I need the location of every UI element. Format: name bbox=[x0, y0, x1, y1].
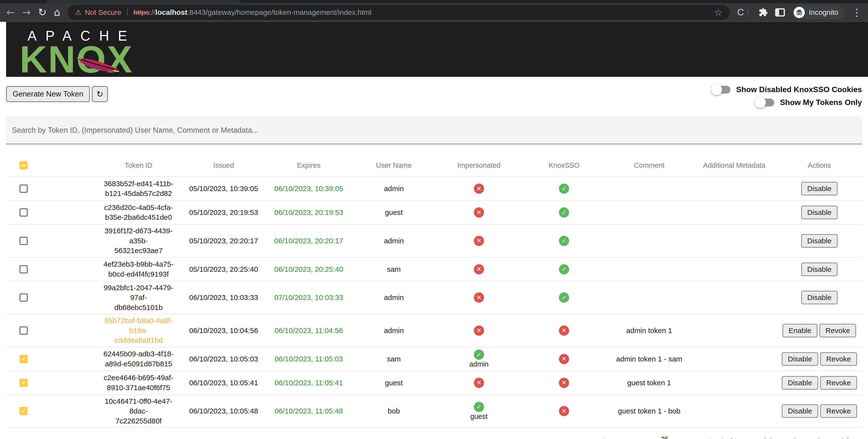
incognito-label: Incognito bbox=[809, 8, 838, 17]
knoxsso-cell: ✓ bbox=[522, 292, 607, 303]
cancel-circle-icon: ✕ bbox=[474, 236, 484, 246]
revoke-token-button[interactable]: Revoke bbox=[820, 376, 857, 390]
disable-token-button[interactable]: Disable bbox=[782, 352, 818, 366]
actions-group: Disable bbox=[801, 234, 838, 248]
token-id-line: 3916f1f2-d673-4439-a35b- bbox=[97, 226, 180, 246]
reload-icon[interactable]: ↻ bbox=[38, 7, 46, 18]
row-checkbox[interactable]: ✓ bbox=[20, 407, 28, 415]
token-id-line: c236d20c-4a05-4cfa- bbox=[97, 203, 180, 213]
expires-cell: 07/10/2023, 10:03:33 bbox=[266, 293, 351, 302]
column-header-knoxsso: KnoxSSO bbox=[522, 162, 607, 169]
bookmark-star-icon[interactable]: ☆ bbox=[714, 7, 722, 18]
menu-kebab-icon[interactable]: ⋮ bbox=[852, 7, 862, 18]
token-row: 4ef23eb3-b9bb-4a75-b0cd-ed4f4fc9193f05/1… bbox=[6, 257, 862, 281]
token-id-line: 4ef23eb3-b9bb-4a75- bbox=[97, 259, 180, 269]
actions-group: Disable bbox=[801, 263, 838, 276]
revoke-token-button[interactable]: Revoke bbox=[820, 404, 857, 418]
issued-cell: 06/10/2023, 10:05:48 bbox=[181, 407, 266, 415]
actions-group: DisableRevoke bbox=[782, 376, 857, 390]
home-icon[interactable]: ⌂ bbox=[54, 7, 61, 18]
forward-icon[interactable]: → bbox=[22, 7, 31, 18]
first-page-icon[interactable] bbox=[765, 437, 773, 439]
row-checkbox[interactable] bbox=[20, 293, 28, 302]
toggle-row-disabled-knoxsso: Show Disabled KnoxSSO Cookies bbox=[712, 85, 862, 94]
issued-cell: 05/10/2023, 10:39:05 bbox=[181, 184, 266, 193]
column-header-token-id: Token ID bbox=[96, 162, 181, 169]
cancel-circle-icon: ✕ bbox=[559, 406, 569, 416]
side-panel-icon[interactable] bbox=[775, 8, 785, 17]
toggle-group: Show Disabled KnoxSSO Cookies Show My To… bbox=[712, 85, 862, 107]
issued-cell: 05/10/2023, 20:25:40 bbox=[181, 265, 266, 273]
token-id-line: b35e-2ba6dc451de0 bbox=[97, 212, 180, 223]
token-id-line: 8910-371ae40f6f75 bbox=[97, 383, 180, 393]
dropdown-arrow-icon: ▼ bbox=[677, 438, 681, 439]
paginator: Items per page: 25 ▼ 1 – 9 of 9 bbox=[6, 427, 862, 439]
impersonated-cell: ✕ bbox=[436, 236, 522, 246]
column-header-comment: Comment bbox=[607, 162, 691, 169]
extensions-puzzle-icon[interactable] bbox=[758, 8, 768, 17]
column-header-impersonated: Impersonated bbox=[436, 162, 522, 169]
disable-token-button[interactable]: Disable bbox=[801, 263, 838, 276]
issued-cell: 05/10/2023, 20:19:53 bbox=[181, 208, 266, 216]
token-id-cell: 3916f1f2-d673-4439-a35b-56321ec93ae7 bbox=[96, 226, 181, 256]
actions-group: Disable bbox=[801, 291, 838, 304]
user-name-cell: admin bbox=[351, 184, 436, 193]
column-header-user-name: User Name bbox=[351, 162, 436, 169]
url-text[interactable]: https://localhost:8443/gateway/homepage/… bbox=[133, 8, 371, 17]
impersonated-cell: ✕ bbox=[436, 207, 522, 217]
check-circle-icon: ✓ bbox=[559, 264, 569, 274]
cancel-circle-icon: ✕ bbox=[474, 292, 484, 303]
row-checkbox-cell: ✓ bbox=[6, 407, 96, 415]
disable-token-button[interactable]: Disable bbox=[801, 206, 838, 219]
disable-token-button[interactable]: Disable bbox=[782, 404, 818, 418]
revoke-token-button[interactable]: Revoke bbox=[820, 352, 857, 366]
revoke-token-button[interactable]: Revoke bbox=[819, 324, 856, 338]
incognito-badge[interactable]: Incognito bbox=[792, 5, 845, 20]
token-table: Token ID Issued Expires User Name Impers… bbox=[6, 154, 862, 439]
actions-cell: DisableRevoke bbox=[777, 404, 862, 418]
show-disabled-knoxsso-toggle[interactable] bbox=[712, 86, 731, 94]
expires-cell: 06/10/2023, 11:04:56 bbox=[266, 326, 351, 335]
disable-token-button[interactable]: Disable bbox=[782, 376, 818, 390]
browser-tab[interactable] bbox=[46, 0, 241, 3]
table-body: 3683b52f-ed41-411b-b121-45dab57c2d8205/1… bbox=[6, 176, 862, 427]
actions-cell: Disable bbox=[777, 234, 862, 248]
items-per-page-select[interactable]: 25 ▼ bbox=[659, 435, 683, 439]
user-name-cell: bob bbox=[351, 407, 436, 415]
token-id-cell: 62445b09-adb3-4f18-a89d-e5091d87b815 bbox=[96, 349, 181, 369]
knoxsso-cell: ✓ bbox=[522, 236, 607, 246]
expires-cell: 06/10/2023, 11:05:48 bbox=[266, 407, 351, 415]
row-checkbox[interactable]: ✓ bbox=[20, 379, 28, 387]
row-checkbox[interactable] bbox=[20, 237, 28, 245]
refresh-tokens-button[interactable]: ↻ bbox=[92, 86, 108, 102]
disable-token-button[interactable]: Disable bbox=[801, 234, 838, 248]
token-id-line: b0cd-ed4f4fc9193f bbox=[97, 269, 180, 279]
back-icon[interactable]: ← bbox=[6, 7, 15, 18]
enable-token-button[interactable]: Enable bbox=[782, 324, 817, 338]
show-my-tokens-toggle[interactable] bbox=[756, 99, 774, 107]
impersonated-check-icon: ✓admin bbox=[469, 350, 489, 368]
last-page-icon[interactable] bbox=[840, 437, 848, 439]
row-checkbox[interactable]: ✓ bbox=[20, 355, 28, 363]
token-row: 3683b52f-ed41-411b-b121-45dab57c2d8205/1… bbox=[6, 176, 862, 200]
disable-token-button[interactable]: Disable bbox=[801, 291, 838, 304]
impersonated-as-user: guest bbox=[470, 412, 488, 420]
row-checkbox[interactable] bbox=[20, 326, 28, 335]
toggle-thumb bbox=[711, 84, 722, 95]
token-id-cell: c236d20c-4a05-4cfa-b35e-2ba6dc451de0 bbox=[96, 203, 181, 223]
select-all-checkbox[interactable] bbox=[20, 161, 28, 169]
toggle-thumb bbox=[755, 97, 766, 108]
extension-c-icon[interactable]: C⋮ bbox=[737, 7, 751, 18]
row-checkbox[interactable] bbox=[20, 208, 28, 216]
generate-new-token-button[interactable]: Generate New Token bbox=[6, 86, 90, 102]
warning-icon: ⚠ bbox=[75, 8, 82, 17]
row-checkbox[interactable] bbox=[20, 184, 28, 193]
cancel-circle-icon: ✕ bbox=[559, 378, 569, 388]
disable-token-button[interactable]: Disable bbox=[801, 182, 838, 196]
actions-group: DisableRevoke bbox=[782, 404, 857, 418]
cancel-circle-icon: ✕ bbox=[474, 325, 484, 336]
row-checkbox[interactable] bbox=[20, 265, 28, 273]
not-secure-label[interactable]: Not Secure bbox=[85, 8, 121, 17]
search-input[interactable] bbox=[6, 126, 862, 135]
url-bar[interactable]: ⚠ Not Secure https://localhost:8443/gate… bbox=[67, 5, 730, 20]
